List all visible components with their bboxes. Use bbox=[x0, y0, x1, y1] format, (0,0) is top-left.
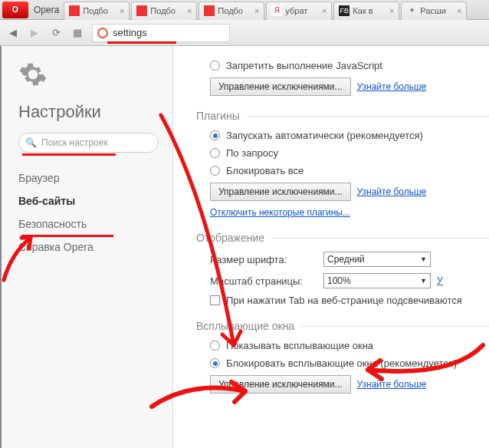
titlebar: O Opera Подбо× Подбо× Подбо× Яубрат× FBК… bbox=[0, 0, 489, 20]
speed-dial-button[interactable]: ▦ bbox=[71, 26, 84, 40]
settings-title: Настройки bbox=[18, 102, 159, 122]
zoom-select[interactable]: 100%▼ bbox=[323, 273, 431, 288]
section-popups: Всплывающие окна bbox=[196, 320, 489, 332]
radio-plugins-block[interactable] bbox=[210, 166, 220, 176]
label-plugins-auto: Запускать автоматически (рекомендуется) bbox=[226, 130, 423, 141]
label-popups-block: Блокировать всплывающие окна (рекомендуе… bbox=[226, 357, 457, 369]
bars-icon bbox=[204, 5, 215, 16]
tab-3[interactable]: Яубрат× bbox=[266, 2, 332, 20]
zoom-label: Масштаб страницы: bbox=[210, 275, 317, 287]
radio-popups-show[interactable] bbox=[210, 341, 220, 351]
opera-menu-button[interactable]: O bbox=[2, 2, 28, 18]
radio-popups-block[interactable] bbox=[210, 358, 220, 368]
zoom-learn-link[interactable]: У bbox=[437, 275, 443, 286]
font-size-select[interactable]: Средний▼ bbox=[323, 252, 431, 267]
bars-icon bbox=[136, 5, 147, 16]
close-icon[interactable]: × bbox=[254, 6, 259, 15]
plugins-exceptions-button[interactable]: Управление исключениями... bbox=[210, 183, 351, 201]
address-value: settings bbox=[113, 27, 147, 38]
forward-button[interactable]: ▶ bbox=[28, 26, 41, 40]
popups-exceptions-button[interactable]: Управление исключениями... bbox=[210, 375, 351, 394]
close-icon[interactable]: × bbox=[322, 6, 327, 15]
close-icon[interactable]: × bbox=[187, 6, 192, 15]
label-js-disable: Запретить выполнение JavaScript bbox=[226, 60, 382, 71]
js-learn-link[interactable]: Узнайте больше bbox=[357, 81, 427, 92]
popups-learn-link[interactable]: Узнайте больше bbox=[357, 379, 427, 390]
yandex-icon: Я bbox=[271, 5, 282, 16]
opera-icon bbox=[97, 28, 108, 38]
tabstrip: Подбо× Подбо× Подбо× Яубрат× FBКак в× ✦Р… bbox=[64, 0, 489, 20]
close-icon[interactable]: × bbox=[120, 6, 124, 15]
plugins-learn-link[interactable]: Узнайте больше bbox=[357, 186, 427, 197]
close-icon[interactable]: × bbox=[457, 6, 461, 15]
search-input[interactable]: 🔍 Поиск настроек bbox=[18, 133, 159, 153]
chevron-down-icon: ▼ bbox=[420, 277, 427, 285]
radio-js-disable[interactable] bbox=[210, 61, 220, 71]
js-exceptions-button[interactable]: Управление исключениями... bbox=[210, 77, 351, 96]
label-plugins-ondemand: По запросу bbox=[226, 147, 278, 159]
tab-5[interactable]: ✦Расши× bbox=[401, 2, 467, 20]
gear-icon bbox=[18, 60, 48, 89]
search-placeholder: Поиск настроек bbox=[41, 137, 108, 148]
radio-plugins-ondemand[interactable] bbox=[210, 148, 220, 158]
sidebar-item-security[interactable]: Безопасность bbox=[18, 212, 159, 236]
checkbox-tab-highlight[interactable] bbox=[210, 295, 220, 305]
plugins-disable-link[interactable]: Отключить некоторые плагины... bbox=[210, 207, 350, 218]
close-icon[interactable]: × bbox=[389, 6, 394, 15]
label-tab-highlight: При нажатии Tab на веб-странице подсвечи… bbox=[226, 295, 462, 306]
address-bar[interactable]: settings bbox=[92, 24, 230, 42]
tab-4[interactable]: FBКак в× bbox=[333, 2, 399, 20]
search-icon: 🔍 bbox=[25, 137, 37, 148]
label-popups-show: Показывать всплывающие окна bbox=[226, 340, 373, 351]
sidebar-item-help[interactable]: Справка Opera bbox=[18, 236, 159, 259]
chevron-down-icon: ▼ bbox=[420, 255, 427, 263]
section-plugins: Плагины bbox=[196, 110, 489, 122]
label-plugins-block: Блокировать все bbox=[226, 165, 304, 176]
tab-1[interactable]: Подбо× bbox=[131, 2, 197, 20]
radio-plugins-auto[interactable] bbox=[210, 130, 220, 140]
tab-0[interactable]: Подбо× bbox=[64, 2, 130, 20]
back-button[interactable]: ◀ bbox=[6, 26, 20, 40]
toolbar: ◀ ▶ ⟳ ▦ settings bbox=[0, 20, 489, 46]
bars-icon bbox=[69, 5, 80, 16]
fb-icon: FB bbox=[339, 5, 350, 16]
main-content: Запретить выполнение JavaScript Управлен… bbox=[173, 46, 489, 448]
reload-button[interactable]: ⟳ bbox=[49, 26, 63, 40]
sidebar: Настройки 🔍 Поиск настроек Браузер Веб-с… bbox=[2, 46, 173, 448]
sidebar-item-browser[interactable]: Браузер bbox=[18, 166, 159, 189]
tab-2[interactable]: Подбо× bbox=[199, 2, 264, 20]
sidebar-item-websites[interactable]: Веб-сайты bbox=[18, 189, 159, 212]
section-display: Отображение bbox=[196, 232, 489, 244]
puzzle-icon: ✦ bbox=[406, 5, 417, 16]
font-size-label: Размер шрифта: bbox=[210, 254, 317, 265]
opera-label: Opera bbox=[34, 5, 59, 15]
